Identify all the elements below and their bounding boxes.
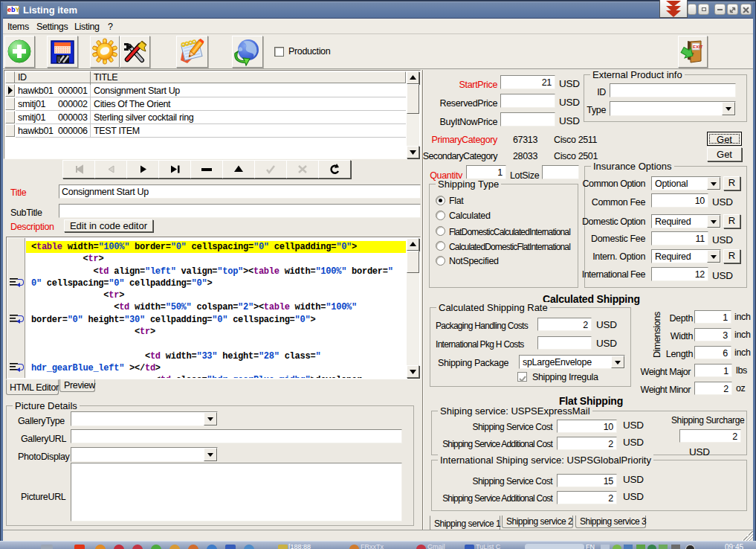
svg-text:EXIT: EXIT xyxy=(693,45,703,49)
